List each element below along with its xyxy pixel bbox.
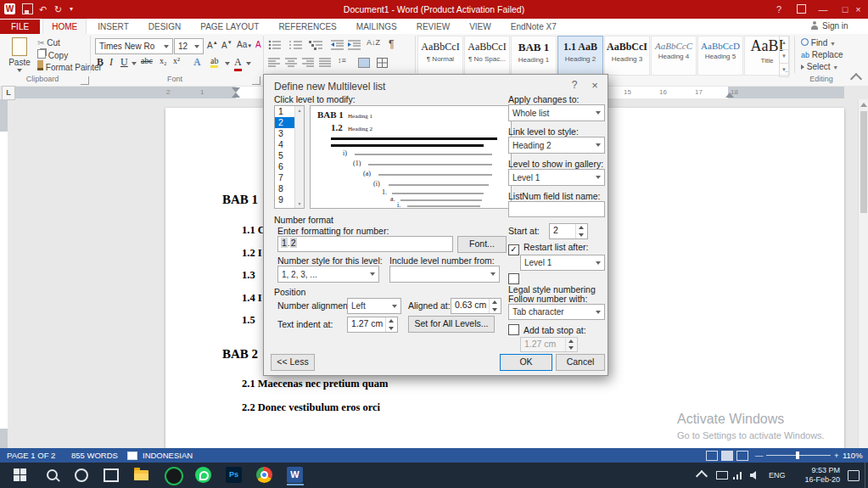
text-effects-button[interactable]: A <box>193 56 201 69</box>
subscript-button[interactable]: x₂ <box>160 56 167 65</box>
clock[interactable]: 9:53 PM 16-Feb-20 <box>791 463 840 485</box>
zoom-in-button[interactable]: + <box>834 448 839 463</box>
scroll-up-icon[interactable]: ▲ <box>295 106 304 115</box>
cancel-button[interactable]: Cancel <box>556 354 605 371</box>
font-color-dropdown-icon[interactable] <box>246 62 251 65</box>
ok-button[interactable]: OK <box>500 354 552 371</box>
pc-icon[interactable] <box>716 471 728 480</box>
font-family-combo[interactable]: Times New Ro <box>95 38 173 54</box>
file-explorer-button[interactable] <box>134 467 151 484</box>
restart-list-checkbox[interactable]: Restart list after: <box>508 242 588 255</box>
number-style-combo[interactable]: 1, 2, 3, ... <box>277 266 379 283</box>
dialog-help-button[interactable]: ? <box>568 79 581 91</box>
multilevel-list-button[interactable] <box>309 40 324 52</box>
less-button[interactable]: << Less <box>271 354 315 371</box>
tab-page-layout[interactable]: PAGE LAYOUT <box>192 20 267 35</box>
clipboard-dialog-launcher[interactable] <box>81 76 89 85</box>
hanging-indent-marker[interactable] <box>232 93 240 98</box>
zoom-slider-thumb[interactable] <box>796 452 799 459</box>
page-indicator[interactable]: PAGE 1 OF 2 <box>7 448 55 463</box>
aligned-at-spinner[interactable]: 0.63 cm <box>451 298 501 314</box>
italic-button[interactable]: I <box>109 56 113 69</box>
scroll-down-icon[interactable]: ▼ <box>295 199 304 208</box>
close-button[interactable]: × <box>848 0 868 19</box>
format-painter-button[interactable]: Format Painter <box>37 60 102 72</box>
replace-button[interactable]: ab Replace <box>801 50 843 59</box>
justify-button[interactable] <box>319 58 332 70</box>
document-scrollbar[interactable] <box>858 99 868 448</box>
styles-scroll-up-button[interactable]: ▲ <box>779 36 789 50</box>
network-icon[interactable] <box>733 471 743 481</box>
tab-stop-selector[interactable]: L <box>2 86 15 100</box>
tab-review[interactable]: REVIEW <box>408 20 458 35</box>
numbering-button[interactable] <box>288 40 304 52</box>
listnum-input[interactable] <box>508 201 605 217</box>
font-dialog-launcher[interactable] <box>252 76 260 85</box>
paste-button[interactable]: Paste <box>5 36 34 74</box>
tab-design[interactable]: DESIGN <box>140 20 189 35</box>
dialog-close-button[interactable]: × <box>588 79 602 92</box>
style-card-heading1[interactable]: BAB 1 Heading 1 <box>511 36 557 76</box>
styles-more-button[interactable]: ▼̲ <box>779 64 789 77</box>
style-card-normal[interactable]: AaBbCcI ¶ Normal <box>417 36 463 76</box>
underline-button[interactable]: U <box>120 56 128 69</box>
text-indent-spinner[interactable]: 1.27 cm <box>347 317 398 333</box>
help-button[interactable]: ? <box>768 0 790 19</box>
highlight-dropdown-icon[interactable] <box>225 62 230 65</box>
style-card-heading3[interactable]: AaBbCcI Heading 3 <box>604 36 650 76</box>
volume-icon[interactable] <box>750 471 760 481</box>
collapse-ribbon-icon[interactable] <box>850 73 862 85</box>
tray-expand-icon[interactable] <box>697 467 706 480</box>
show-hide-pilcrow-button[interactable]: ¶ <box>389 38 394 50</box>
green-app-button[interactable] <box>165 467 182 484</box>
style-card-heading2[interactable]: 1.1 AaB Heading 2 <box>557 36 603 76</box>
legal-style-checkbox[interactable]: Legal style numbering <box>508 273 608 294</box>
borders-button[interactable] <box>377 58 388 70</box>
style-card-heading4[interactable]: AaBbCcC Heading 4 <box>651 36 697 76</box>
line-spacing-button[interactable]: ↕≡ <box>338 56 346 65</box>
print-layout-icon[interactable] <box>721 451 733 461</box>
decrease-indent-button[interactable] <box>331 40 344 52</box>
tab-view[interactable]: VIEW <box>461 20 500 35</box>
word-count[interactable]: 855 WORDS <box>71 448 118 463</box>
language-indicator[interactable]: INDONESIAN <box>143 448 193 463</box>
number-format-input[interactable]: 1.2 <box>277 236 453 252</box>
chrome-button[interactable] <box>256 467 273 484</box>
search-button[interactable] <box>44 467 61 484</box>
zoom-out-button[interactable]: — <box>755 448 764 463</box>
shading-button[interactable] <box>358 58 370 68</box>
bold-button[interactable]: B <box>97 56 104 69</box>
ribbon-display-options-button[interactable] <box>790 0 812 19</box>
tab-mailings[interactable]: MAILINGS <box>348 20 406 35</box>
number-alignment-combo[interactable]: Left <box>347 298 401 314</box>
tab-file[interactable]: FILE <box>0 20 40 35</box>
font-size-combo[interactable]: 12 <box>174 38 204 54</box>
tab-references[interactable]: REFERENCES <box>270 20 344 35</box>
find-button[interactable]: Find ▼ <box>801 38 836 48</box>
bullets-button[interactable] <box>268 40 283 52</box>
start-at-spinner[interactable]: 2 <box>549 223 588 239</box>
gallery-level-combo[interactable]: Level 1 <box>508 169 605 186</box>
align-center-button[interactable] <box>285 58 298 70</box>
show-desktop-button[interactable] <box>865 463 865 488</box>
add-tab-stop-checkbox[interactable]: Add tab stop at: <box>508 324 586 335</box>
zoom-level[interactable]: 110% <box>843 448 863 463</box>
read-mode-icon[interactable] <box>706 451 718 461</box>
task-view-button[interactable] <box>102 467 119 484</box>
follow-number-combo[interactable]: Tab character <box>508 304 605 320</box>
proofing-icon[interactable] <box>127 452 137 460</box>
style-card-no-spacing[interactable]: AaBbCcI ¶ No Spac... <box>464 36 510 76</box>
font-dialog-button[interactable]: Font... <box>457 236 507 253</box>
shrink-font-button[interactable]: A▼ <box>221 40 232 50</box>
language-button[interactable]: ENG <box>769 463 786 488</box>
increase-indent-button[interactable] <box>348 40 361 52</box>
tab-home[interactable]: HOME <box>42 19 87 35</box>
font-color-button[interactable]: A <box>234 56 242 71</box>
scroll-up-icon[interactable] <box>860 103 867 107</box>
tab-endnote[interactable]: EndNote X7 <box>502 20 565 35</box>
style-card-heading5[interactable]: AaBbCcD Heading 5 <box>697 36 743 76</box>
grow-font-button[interactable]: A▲ <box>207 40 218 50</box>
cut-button[interactable]: ✂ Cut <box>37 38 60 48</box>
clear-formatting-button[interactable]: A <box>255 40 261 49</box>
change-case-button[interactable]: Aa▼ <box>237 40 252 49</box>
